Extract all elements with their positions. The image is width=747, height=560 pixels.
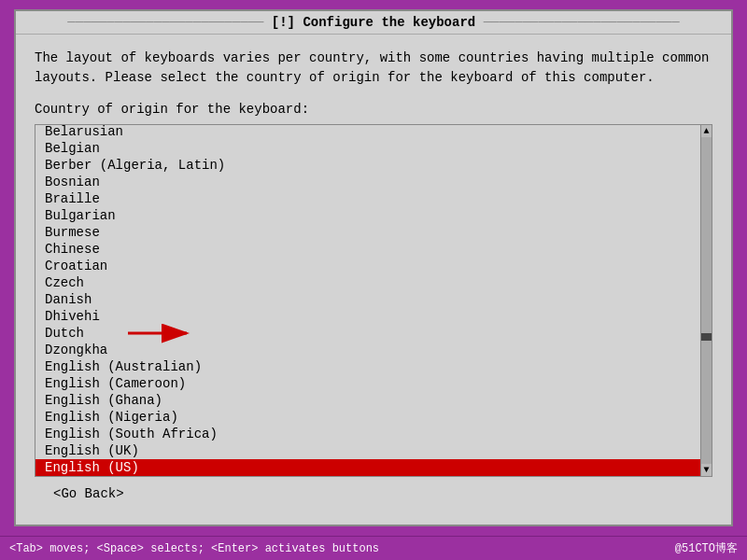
scrollbar[interactable]: ▲ ▼ bbox=[700, 125, 712, 476]
country-label: Country of origin for the keyboard: bbox=[35, 102, 712, 117]
content-area: The layout of keyboards varies per count… bbox=[16, 35, 731, 525]
list-item[interactable]: Belgian bbox=[35, 140, 700, 157]
list-item[interactable]: English (South Africa) bbox=[35, 426, 700, 442]
description-text: The layout of keyboards varies per count… bbox=[35, 49, 712, 88]
list-item[interactable]: Burmese bbox=[35, 224, 700, 241]
status-bar: <Tab> moves; <Space> selects; <Enter> ac… bbox=[0, 536, 747, 560]
list-items: BambaraBanglaBelarusianBelgianBerber (Al… bbox=[35, 125, 700, 476]
list-item[interactable]: English (Australian) bbox=[35, 358, 700, 375]
list-wrapper: BambaraBanglaBelarusianBelgianBerber (Al… bbox=[35, 124, 712, 477]
title-bracket-right: ───────────────────────── bbox=[484, 15, 680, 30]
title-bracket-left: ───────────────────────── bbox=[67, 15, 263, 30]
main-window: ───────────────────────── [!] Configure … bbox=[14, 9, 733, 526]
go-back-area: <Go Back> bbox=[35, 477, 712, 511]
scroll-track bbox=[701, 137, 712, 464]
arrow-indicator bbox=[123, 319, 198, 347]
list-item[interactable]: English (Nigeria) bbox=[35, 409, 700, 426]
list-item[interactable]: English (UK) bbox=[35, 442, 700, 459]
list-item[interactable]: Bulgarian bbox=[35, 207, 700, 224]
list-item[interactable]: English (US) bbox=[35, 459, 700, 476]
list-item[interactable]: Bosnian bbox=[35, 174, 700, 190]
scroll-thumb[interactable] bbox=[701, 333, 712, 341]
list-item[interactable]: Braille bbox=[35, 190, 700, 207]
scroll-up-button[interactable]: ▲ bbox=[701, 125, 712, 137]
go-back-button[interactable]: <Go Back> bbox=[53, 486, 124, 501]
title-bar: ───────────────────────── [!] Configure … bbox=[16, 11, 731, 35]
list-item[interactable]: Croatian bbox=[35, 258, 700, 274]
list-item[interactable]: English (Cameroon) bbox=[35, 375, 700, 392]
list-container[interactable]: BambaraBanglaBelarusianBelgianBerber (Al… bbox=[35, 124, 712, 477]
window-title: [!] Configure the keyboard bbox=[272, 15, 475, 30]
list-item[interactable]: Berber (Algeria, Latin) bbox=[35, 157, 700, 174]
list-item[interactable]: Belarusian bbox=[35, 125, 700, 140]
list-item[interactable]: Czech bbox=[35, 274, 700, 291]
brand-text: @51CTO博客 bbox=[675, 540, 738, 556]
scroll-down-button[interactable]: ▼ bbox=[701, 464, 712, 476]
keys-help-text: <Tab> moves; <Space> selects; <Enter> ac… bbox=[9, 542, 379, 555]
list-item[interactable]: English (Ghana) bbox=[35, 392, 700, 409]
list-item[interactable]: Chinese bbox=[35, 241, 700, 258]
list-item[interactable]: Danish bbox=[35, 291, 700, 308]
